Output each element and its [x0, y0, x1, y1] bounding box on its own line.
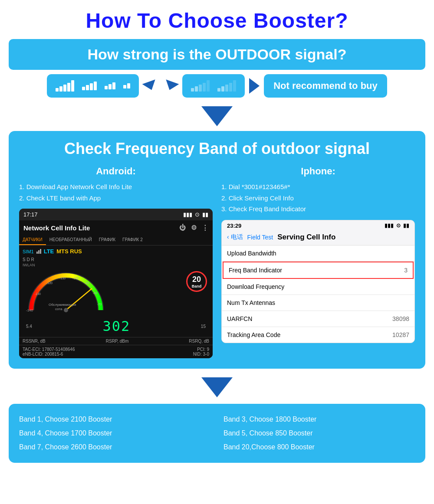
- outdoor-question-text: How strong is the OUTDOOR signal?: [88, 46, 347, 62]
- android-title: Android:: [19, 166, 213, 177]
- iphone-nav-bar: ‹ 电话 Field Test Serving Cell Info: [222, 231, 414, 245]
- tab-raw[interactable]: НЕОБРАБОТАННЫЙ: [46, 235, 95, 245]
- iphone-status-bar: 23:29 ▮▮▮ ⊙ ▮▮: [222, 220, 414, 231]
- iphone-steps: 1. Dial *3001#123465#* 2. Click Serviing…: [221, 181, 415, 215]
- iphone-row-label: Upload Bandwidth: [227, 250, 276, 257]
- good-signal-block: [47, 74, 139, 98]
- android-main-body: SIM1 LTE MTS RUS S D R IWLAN: [19, 245, 213, 337]
- tac-label: Tracking Area Code: [227, 331, 280, 338]
- android-footer: TAC-ECI: 17807-51408646 eNB-LCID: 200815…: [19, 345, 213, 358]
- iphone-back-arrow[interactable]: ‹ 电话: [227, 233, 243, 241]
- iphone-row-freq-band: Freq Band Indicator 3: [223, 262, 414, 279]
- signal-weak-bars-2: [191, 80, 210, 92]
- band-info-3: Band 3, Choose 1800 Booster: [224, 412, 415, 426]
- android-screenshot: 17:17 ▮▮▮ ⊙ ▮▮ Network Cell Info Lite ⏻ …: [19, 209, 213, 358]
- signal-strength-row: Not recommend to buy: [0, 74, 434, 98]
- arrow-down-icon-1: [201, 106, 233, 126]
- android-bottom-labels: RSSNR, dB RSRP, dBm RSRQ, dB: [19, 337, 213, 345]
- two-column-layout: Android: 1. Download App Network Cell In…: [19, 166, 415, 358]
- android-steps: 1. Download App Network Cell Info Lite 2…: [19, 181, 213, 203]
- iphone-status-icons: ▮▮▮ ⊙ ▮▮: [385, 223, 409, 229]
- arrow-right-icon: [249, 78, 260, 94]
- iphone-row-upload: Upload Bandwidth: [222, 245, 414, 262]
- signal-weak-bars-1: [217, 80, 236, 92]
- band-left-column: Band 1, Choose 2100 Booster Band 4, Choo…: [19, 412, 210, 454]
- svg-text:-130: -130: [35, 292, 41, 295]
- svg-text:-80: -80: [93, 291, 97, 295]
- android-app-bar: Network Cell Info Lite ⏻ ⚙ ⋮: [19, 220, 213, 235]
- svg-text:Обслуживающая: Обслуживающая: [49, 303, 76, 307]
- arrow-down-icon-2: [201, 377, 233, 397]
- iphone-screenshot: 23:29 ▮▮▮ ⊙ ▮▮ ‹ 电话 Field Test Serving C…: [221, 220, 415, 343]
- arrows-center: [143, 82, 178, 90]
- svg-text:сота: сота: [55, 307, 62, 311]
- iphone-row-num-antennas: Num Tx Antennas: [222, 295, 414, 311]
- arrow-down-section-2: [0, 373, 434, 399]
- android-tabs-bar: ДАТЧИКИ НЕОБРАБОТАННЫЙ ГРАФИК ГРАФИК 2: [19, 235, 213, 245]
- freq-band-value: 3: [404, 267, 408, 274]
- svg-text:-110: -110: [59, 277, 66, 280]
- tab-graph[interactable]: ГРАФИК: [95, 235, 119, 245]
- not-recommend-block: Not recommend to buy: [264, 74, 387, 98]
- iphone-time: 23:29: [227, 223, 241, 229]
- num-antennas-label: Num Tx Antennas: [227, 299, 275, 306]
- weak-signal-block: [182, 74, 245, 98]
- field-test-link[interactable]: Field Test: [247, 234, 273, 241]
- freq-band-label: Freq Band Indicator: [229, 267, 282, 274]
- uarfcn-label: UARFCN: [227, 315, 252, 322]
- iphone-column: Iphone: 1. Dial *3001#123465#* 2. Click …: [221, 166, 415, 358]
- band-right-column: Band 3, Choose 1800 Booster Band 5, Choo…: [224, 412, 415, 454]
- android-status-bar: 17:17 ▮▮▮ ⊙ ▮▮: [19, 209, 213, 220]
- iphone-download-label: Download Frequency: [227, 283, 284, 290]
- svg-point-9: [64, 308, 68, 312]
- check-band-title: Check Frequency Band of outdoor signal: [19, 140, 415, 158]
- svg-line-8: [66, 288, 92, 310]
- band-info-section: Band 1, Choose 2100 Booster Band 4, Choo…: [9, 404, 425, 463]
- iphone-row-uarfcn: UARFCN 38098: [222, 311, 414, 327]
- signal-bars-4: [82, 82, 97, 90]
- iphone-row-tac: Tracking Area Code 10287: [222, 327, 414, 343]
- not-recommend-text: Not recommend to buy: [273, 80, 378, 91]
- android-column: Android: 1. Download App Network Cell In…: [19, 166, 213, 358]
- iphone-nav-title: Serving Cell Info: [277, 233, 335, 242]
- iphone-title: Iphone:: [221, 166, 415, 177]
- signal-bars-3: [105, 82, 115, 89]
- page-title: How To Choose Booster?: [0, 0, 434, 39]
- svg-text:-140: -140: [26, 308, 33, 312]
- band-info-4: Band 4, Choose 1700 Booster: [19, 426, 210, 440]
- iphone-row-download: Download Frequency: [222, 279, 414, 295]
- arrow-down-section-1: [0, 102, 434, 128]
- tac-value: 10287: [392, 331, 409, 338]
- signal-bars-5: [56, 80, 74, 92]
- arrow-left-icon: [142, 79, 158, 92]
- tab-datчики[interactable]: ДАТЧИКИ: [19, 235, 46, 245]
- digital-display: 302: [102, 318, 130, 334]
- android-time: 17:17: [23, 211, 38, 218]
- check-band-section: Check Frequency Band of outdoor signal A…: [9, 131, 425, 369]
- band-info-content: Band 1, Choose 2100 Booster Band 4, Choo…: [19, 412, 415, 454]
- band-info-7: Band 7, Choose 2600 Booster: [19, 440, 210, 454]
- band-info-1: Band 1, Choose 2100 Booster: [19, 412, 210, 426]
- signal-bars-2: [123, 83, 130, 88]
- svg-text:-70: -70: [97, 303, 102, 306]
- outdoor-signal-banner: How strong is the OUTDOOR signal?: [9, 39, 425, 70]
- uarfcn-value: 38098: [392, 315, 409, 322]
- band-info-20: Band 20,Choose 800 Booster: [224, 440, 415, 454]
- svg-text:-90: -90: [85, 281, 89, 285]
- tab-graph2[interactable]: ГРАФИК 2: [119, 235, 146, 245]
- gauge-svg: -140 -130 -120 -110 -100 -90 -80 -70: [23, 269, 109, 317]
- band-info-5: Band 5, Choose 850 Booster: [224, 426, 415, 440]
- svg-text:-100: -100: [72, 277, 79, 280]
- band-badge: 20 Band: [186, 271, 207, 292]
- android-app-name: Network Cell Info Lite: [23, 224, 90, 232]
- arrow-right-icon: [163, 79, 179, 92]
- svg-text:-120: -120: [46, 281, 53, 285]
